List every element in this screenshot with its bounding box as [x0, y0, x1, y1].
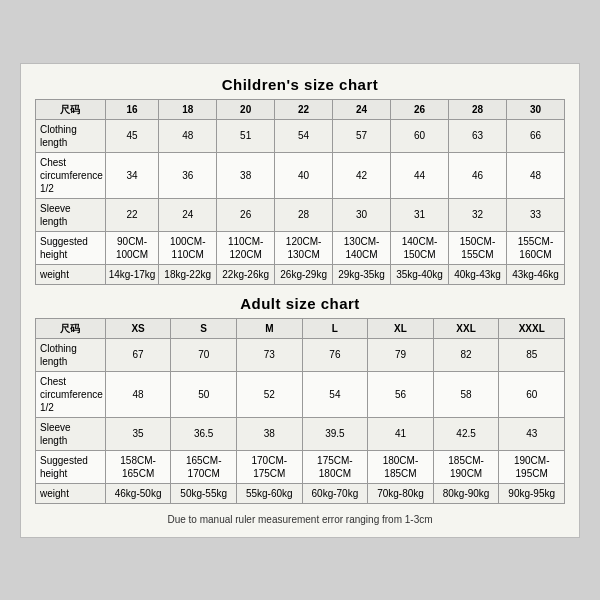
cell-value: 70: [171, 338, 237, 371]
cell-value: 46kg-50kg: [105, 483, 171, 503]
cell-value: 170CM-175CM: [237, 450, 303, 483]
footer-note: Due to manual ruler measurement error ra…: [35, 514, 565, 525]
table-row: Suggested height158CM-165CM165CM-170CM17…: [36, 450, 565, 483]
cell-value: 120CM-130CM: [275, 231, 333, 264]
cell-value: 60kg-70kg: [302, 483, 368, 503]
cell-value: 70kg-80kg: [368, 483, 434, 503]
cell-value: 41: [368, 417, 434, 450]
cell-value: 35: [105, 417, 171, 450]
cell-value: 48: [506, 152, 564, 198]
column-header: 22: [275, 99, 333, 119]
cell-value: 42.5: [433, 417, 499, 450]
cell-value: 39.5: [302, 417, 368, 450]
cell-value: 36.5: [171, 417, 237, 450]
cell-value: 90CM-100CM: [105, 231, 158, 264]
cell-value: 48: [159, 119, 217, 152]
row-label: Sleeve length: [36, 198, 106, 231]
children-chart-title: Children's size chart: [35, 76, 565, 93]
column-header: S: [171, 318, 237, 338]
column-header: 24: [333, 99, 391, 119]
cell-value: 46: [449, 152, 507, 198]
adult-chart-title: Adult size chart: [35, 295, 565, 312]
column-header: M: [237, 318, 303, 338]
cell-value: 50: [171, 371, 237, 417]
column-header: 尺码: [36, 99, 106, 119]
cell-value: 26: [217, 198, 275, 231]
cell-value: 44: [391, 152, 449, 198]
cell-value: 55kg-60kg: [237, 483, 303, 503]
cell-value: 50kg-55kg: [171, 483, 237, 503]
table-row: Sleeve length3536.53839.54142.543: [36, 417, 565, 450]
table-row: Clothing length67707376798285: [36, 338, 565, 371]
row-label: weight: [36, 483, 106, 503]
column-header: XXXL: [499, 318, 565, 338]
column-header: XS: [105, 318, 171, 338]
table-row: Clothing length4548515457606366: [36, 119, 565, 152]
cell-value: 100CM-110CM: [159, 231, 217, 264]
column-header: 16: [105, 99, 158, 119]
table-row: Suggested height90CM-100CM100CM-110CM110…: [36, 231, 565, 264]
table-row: weight46kg-50kg50kg-55kg55kg-60kg60kg-70…: [36, 483, 565, 503]
cell-value: 22: [105, 198, 158, 231]
column-header: 18: [159, 99, 217, 119]
cell-value: 51: [217, 119, 275, 152]
cell-value: 140CM-150CM: [391, 231, 449, 264]
cell-value: 155CM-160CM: [506, 231, 564, 264]
cell-value: 58: [433, 371, 499, 417]
cell-value: 60: [499, 371, 565, 417]
cell-value: 54: [275, 119, 333, 152]
cell-value: 38: [217, 152, 275, 198]
cell-value: 110CM-120CM: [217, 231, 275, 264]
column-header: 26: [391, 99, 449, 119]
cell-value: 33: [506, 198, 564, 231]
cell-value: 14kg-17kg: [105, 264, 158, 284]
table-row: Chest circumference 1/23436384042444648: [36, 152, 565, 198]
cell-value: 18kg-22kg: [159, 264, 217, 284]
chart-container: Children's size chart 尺码1618202224262830…: [20, 63, 580, 538]
cell-value: 63: [449, 119, 507, 152]
adult-chart-table: 尺码XSSMLXLXXLXXXL Clothing length67707376…: [35, 318, 565, 504]
cell-value: 40: [275, 152, 333, 198]
column-header: 20: [217, 99, 275, 119]
cell-value: 82: [433, 338, 499, 371]
cell-value: 80kg-90kg: [433, 483, 499, 503]
cell-value: 30: [333, 198, 391, 231]
cell-value: 24: [159, 198, 217, 231]
row-label: Chest circumference 1/2: [36, 152, 106, 198]
cell-value: 76: [302, 338, 368, 371]
cell-value: 43kg-46kg: [506, 264, 564, 284]
column-header: XXL: [433, 318, 499, 338]
row-label: Suggested height: [36, 450, 106, 483]
cell-value: 36: [159, 152, 217, 198]
cell-value: 90kg-95kg: [499, 483, 565, 503]
column-header: L: [302, 318, 368, 338]
cell-value: 34: [105, 152, 158, 198]
cell-value: 35kg-40kg: [391, 264, 449, 284]
column-header: 28: [449, 99, 507, 119]
row-label: Suggested height: [36, 231, 106, 264]
row-label: Clothing length: [36, 338, 106, 371]
row-label: Sleeve length: [36, 417, 106, 450]
table-row: Chest circumference 1/248505254565860: [36, 371, 565, 417]
cell-value: 40kg-43kg: [449, 264, 507, 284]
cell-value: 185CM-190CM: [433, 450, 499, 483]
cell-value: 28: [275, 198, 333, 231]
cell-value: 190CM-195CM: [499, 450, 565, 483]
cell-value: 42: [333, 152, 391, 198]
cell-value: 175CM-180CM: [302, 450, 368, 483]
cell-value: 29kg-35kg: [333, 264, 391, 284]
column-header: 尺码: [36, 318, 106, 338]
children-chart-table: 尺码1618202224262830 Clothing length454851…: [35, 99, 565, 285]
cell-value: 79: [368, 338, 434, 371]
cell-value: 60: [391, 119, 449, 152]
cell-value: 158CM-165CM: [105, 450, 171, 483]
cell-value: 48: [105, 371, 171, 417]
table-row: Sleeve length2224262830313233: [36, 198, 565, 231]
cell-value: 130CM-140CM: [333, 231, 391, 264]
cell-value: 67: [105, 338, 171, 371]
cell-value: 54: [302, 371, 368, 417]
cell-value: 52: [237, 371, 303, 417]
cell-value: 57: [333, 119, 391, 152]
cell-value: 85: [499, 338, 565, 371]
cell-value: 165CM-170CM: [171, 450, 237, 483]
